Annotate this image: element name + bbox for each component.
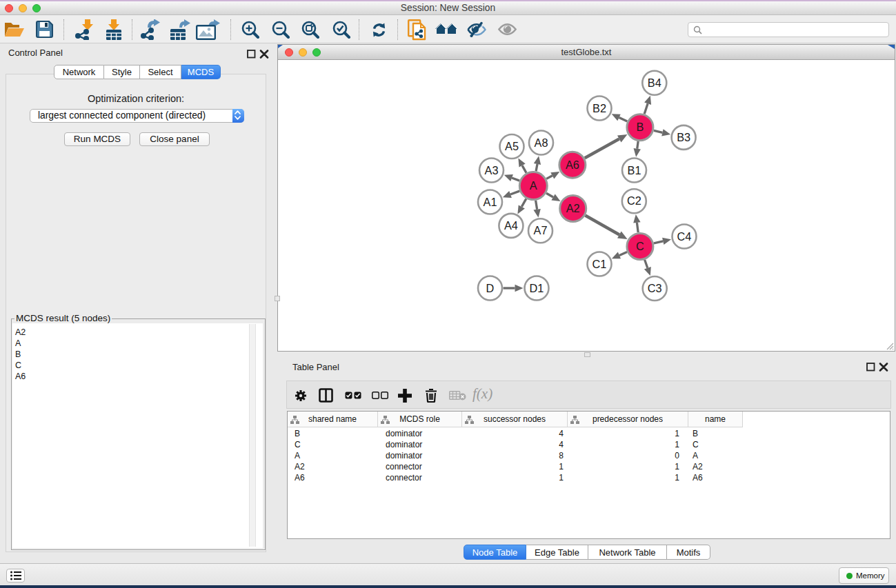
svg-text:A6: A6	[566, 159, 579, 171]
svg-text:A1: A1	[484, 196, 497, 208]
svg-text:B3: B3	[677, 131, 690, 143]
svg-text:A4: A4	[504, 219, 518, 232]
svg-text:D1: D1	[530, 282, 544, 294]
svg-text:A8: A8	[535, 136, 548, 149]
svg-text:C: C	[636, 240, 644, 252]
svg-text:C3: C3	[648, 282, 662, 294]
svg-text:A7: A7	[534, 224, 548, 236]
svg-text:C4: C4	[677, 230, 692, 243]
svg-text:B1: B1	[628, 164, 641, 176]
svg-text:C1: C1	[593, 258, 607, 270]
svg-text:A3: A3	[485, 164, 499, 176]
svg-text:B: B	[636, 121, 644, 133]
svg-text:B2: B2	[593, 102, 606, 114]
svg-text:A2: A2	[566, 202, 580, 214]
svg-text:B4: B4	[648, 77, 661, 89]
svg-text:A: A	[530, 179, 537, 192]
svg-text:C2: C2	[627, 194, 641, 207]
svg-text:A5: A5	[505, 140, 519, 152]
svg-text:D: D	[486, 282, 495, 294]
